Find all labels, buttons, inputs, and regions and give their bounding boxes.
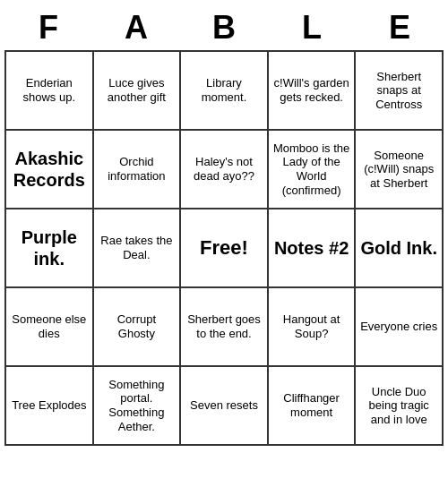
bingo-cell-1[interactable]: Luce gives another gift [94,52,182,131]
bingo-card: F A B L E Enderian shows up.Luce gives a… [4,5,444,446]
bingo-cell-10[interactable]: Purple ink. [6,209,94,288]
bingo-cell-15[interactable]: Someone else dies [6,288,94,367]
bingo-grid: Enderian shows up.Luce gives another gif… [4,50,444,446]
bingo-cell-3[interactable]: c!Will's garden gets recked. [269,52,357,131]
bingo-cell-21[interactable]: Something portal. Something Aether. [94,367,182,446]
bingo-cell-13[interactable]: Notes #2 [269,209,357,288]
bingo-cell-14[interactable]: Gold Ink. [356,209,444,288]
bingo-cell-0[interactable]: Enderian shows up. [6,52,94,131]
bingo-cell-20[interactable]: Tree Explodes [6,367,94,446]
bingo-cell-4[interactable]: Sherbert snaps at Centross [356,52,444,131]
header-b: B [180,5,268,50]
bingo-cell-23[interactable]: Cliffhanger moment [269,367,357,446]
header-l: L [268,5,356,50]
bingo-cell-22[interactable]: Seven resets [181,367,269,446]
bingo-cell-16[interactable]: Corrupt Ghosty [94,288,182,367]
bingo-cell-9[interactable]: Someone (c!Will) snaps at Sherbert [356,131,444,209]
bingo-cell-7[interactable]: Haley's not dead ayo?? [181,131,269,209]
bingo-cell-17[interactable]: Sherbert goes to the end. [181,288,269,367]
bingo-cell-19[interactable]: Everyone cries [356,288,444,367]
bingo-header: F A B L E [4,5,444,50]
header-f: F [4,5,92,50]
bingo-cell-2[interactable]: Library moment. [181,52,269,131]
header-e: E [356,5,444,50]
bingo-cell-12[interactable]: Free! [181,209,269,288]
bingo-cell-8[interactable]: Momboo is the Lady of the World (confirm… [269,131,357,209]
bingo-cell-5[interactable]: Akashic Records [6,131,94,209]
bingo-cell-6[interactable]: Orchid information [94,131,182,209]
bingo-cell-11[interactable]: Rae takes the Deal. [94,209,182,288]
bingo-cell-18[interactable]: Hangout at Soup? [269,288,357,367]
header-a: A [92,5,180,50]
bingo-cell-24[interactable]: Uncle Duo being tragic and in love [356,367,444,446]
